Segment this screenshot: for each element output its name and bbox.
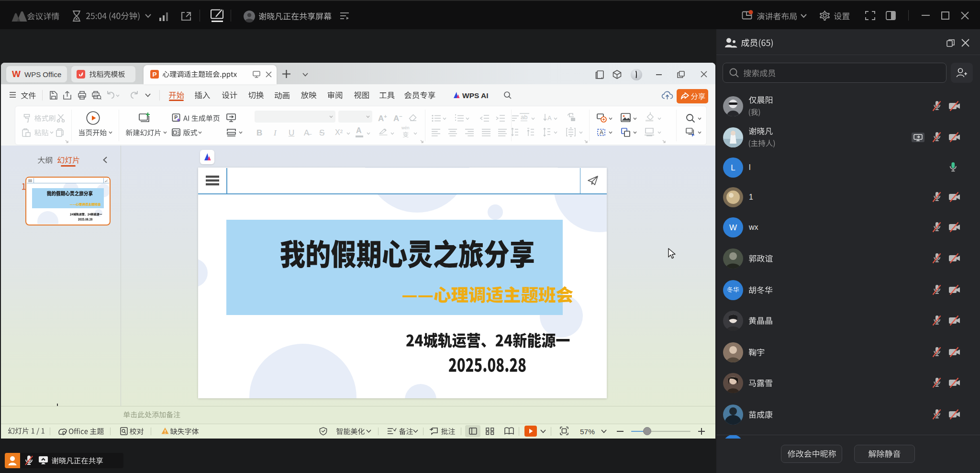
svg-text:P: P (174, 115, 178, 120)
svg-text:L: L (731, 163, 735, 172)
svg-text:W: W (12, 69, 21, 79)
svg-text:A: A (547, 114, 552, 122)
svg-text:W: W (729, 223, 737, 232)
svg-text:A: A (600, 129, 603, 136)
svg-text:P: P (152, 71, 156, 78)
